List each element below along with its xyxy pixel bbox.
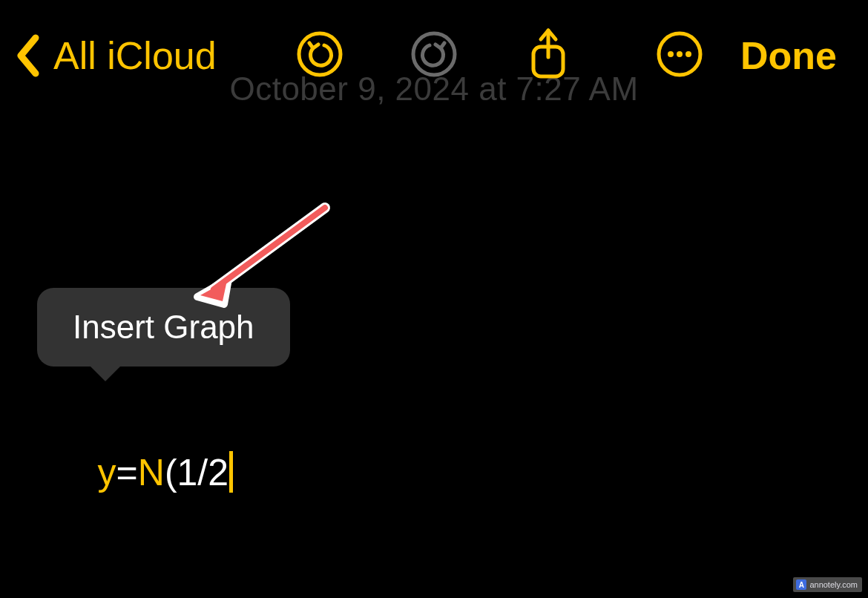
partial-line[interactable]: a=2	[56, 574, 160, 598]
share-icon	[525, 27, 572, 84]
text-cursor	[229, 451, 233, 493]
done-button[interactable]: Done	[740, 33, 837, 78]
toolbar-right-group: Done	[656, 32, 837, 79]
equation-rest: (1/2	[165, 452, 228, 493]
back-button[interactable]: All iCloud	[13, 32, 217, 79]
chevron-left-icon	[13, 32, 43, 79]
context-menu-insert-graph[interactable]: Insert Graph	[37, 288, 290, 367]
annotely-watermark: A annotely.com	[793, 577, 862, 592]
redo-icon	[410, 30, 458, 81]
svg-line-8	[214, 208, 325, 289]
svg-point-1	[413, 33, 455, 75]
context-menu-label: Insert Graph	[73, 309, 254, 345]
redo-button[interactable]	[410, 32, 458, 79]
more-button[interactable]	[656, 32, 703, 79]
equation-line[interactable]: y=N(1/2	[56, 408, 233, 537]
equation-variable-y: y	[98, 452, 116, 493]
svg-point-7	[685, 51, 691, 57]
share-button[interactable]	[525, 32, 572, 79]
equation-function-N: N	[138, 452, 165, 493]
equation-equals: =	[116, 452, 138, 493]
back-label: All iCloud	[53, 33, 217, 78]
toolbar-center-group	[296, 0, 572, 111]
svg-point-0	[299, 33, 341, 75]
ellipsis-circle-icon	[656, 30, 703, 81]
annotely-badge-icon: A	[796, 579, 806, 590]
annotely-watermark-text: annotely.com	[809, 580, 858, 589]
undo-icon	[296, 30, 343, 81]
svg-point-6	[677, 51, 683, 57]
undo-button[interactable]	[296, 32, 343, 79]
toolbar: All iCloud	[0, 0, 868, 111]
svg-line-10	[214, 208, 325, 289]
svg-point-5	[668, 51, 674, 57]
